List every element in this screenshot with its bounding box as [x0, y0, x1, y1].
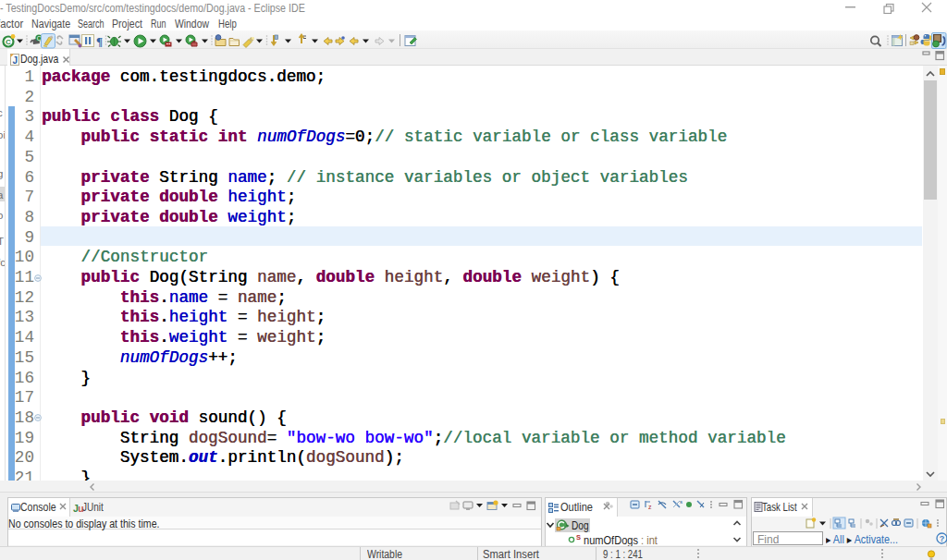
svg-text:z: z: [648, 504, 652, 510]
svg-text:C: C: [37, 35, 42, 42]
svg-text:s: s: [680, 499, 683, 505]
svg-text:J: J: [12, 55, 18, 65]
svg-text:¶: ¶: [96, 34, 103, 48]
svg-text:C: C: [6, 38, 11, 46]
svg-text:?: ?: [940, 534, 945, 543]
svg-text:S: S: [576, 534, 581, 542]
